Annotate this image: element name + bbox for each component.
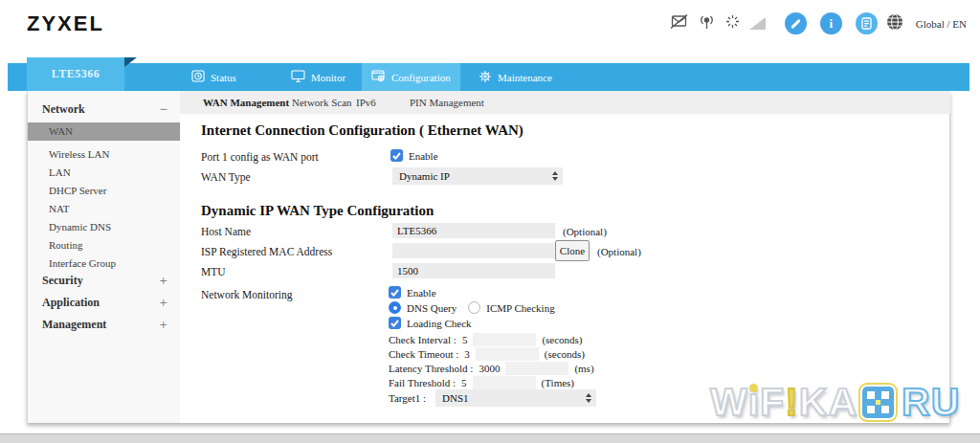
expand-icon[interactable]: + — [160, 294, 167, 312]
sidebar-item-interface-group[interactable]: Interface Group — [28, 255, 181, 273]
monitoring-enable-label: Enable — [407, 287, 436, 299]
monitoring-enable-checkbox[interactable] — [389, 286, 401, 299]
subnav-wan-management[interactable]: WAN Management — [203, 91, 289, 114]
subnav-network-scan[interactable]: Network Scan — [292, 91, 352, 114]
notes-icon[interactable] — [856, 12, 878, 34]
monitor-icon — [291, 70, 305, 84]
expand-icon[interactable]: + — [160, 272, 167, 290]
host-name-input[interactable] — [392, 223, 555, 238]
fail-threshold-input[interactable] — [473, 376, 536, 389]
tab-fold-decoration — [124, 57, 137, 67]
configuration-icon — [371, 70, 386, 84]
content-area: WAN Management Network Scan IPv6 PIN Man… — [180, 91, 950, 423]
antenna-broadcast-icon — [698, 13, 716, 33]
sidebar: Network − WAN Wireless LAN LAN DHCP Serv… — [27, 91, 180, 423]
mac-address-note: (Optional) — [597, 246, 641, 257]
port1-enable-label: Enable — [409, 150, 438, 162]
dns-query-label: DNS Query — [407, 302, 457, 314]
language-selector[interactable]: Global / EN — [916, 18, 967, 30]
sidebar-item-wan[interactable]: WAN — [28, 122, 181, 141]
check-interval-row: Check Interval : 5 (seconds) — [389, 333, 583, 346]
check-timeout-row: Check Timeout : 3 (seconds) — [389, 347, 585, 361]
tab-configuration[interactable]: Configuration — [362, 63, 460, 91]
panel-body: Network − WAN Wireless LAN LAN DHCP Serv… — [27, 91, 950, 423]
mac-address-input[interactable] — [392, 243, 555, 258]
port1-enable-checkbox[interactable] — [390, 149, 403, 162]
icmp-checking-label: ICMP Checking — [486, 302, 554, 314]
mac-address-label: ISP Registered MAC Address — [201, 246, 332, 257]
sidebar-group-management[interactable]: Management + — [28, 316, 181, 334]
sidebar-item-lan[interactable]: LAN — [28, 164, 181, 182]
signal-strength-icon — [749, 17, 766, 30]
loading-check-label: Loading Check — [407, 318, 472, 329]
topbar: ZYXEL — [0, 0, 980, 55]
tab-status[interactable]: Status — [191, 63, 236, 91]
check-timeout-input[interactable] — [476, 347, 539, 361]
wan-type-select[interactable]: Dynamic IP — [392, 167, 563, 185]
subnav: WAN Management Network Scan IPv6 PIN Man… — [180, 91, 950, 114]
fail-threshold-row: Fail Threshold : 5 (Times) — [389, 376, 574, 389]
sidebar-item-wireless-lan[interactable]: Wireless LAN — [28, 145, 181, 164]
subnav-pin-management[interactable]: PIN Management — [410, 91, 484, 114]
loading-check-checkbox[interactable] — [389, 317, 401, 329]
clone-button[interactable]: Clone — [555, 240, 590, 261]
collapse-icon[interactable]: − — [160, 100, 167, 119]
select-stepper-icon — [552, 171, 559, 181]
section-title-dynamic-ip: Dynamic IP WAN Type Configuration — [201, 203, 434, 219]
sidebar-item-dynamic-dns[interactable]: Dynamic DNS — [28, 218, 181, 236]
latency-threshold-row: Latency Threshold : 3000 (ms) — [389, 362, 594, 375]
target1-label: Target1 : — [389, 392, 426, 404]
dns-query-radio[interactable] — [389, 301, 401, 314]
sidebar-group-network[interactable]: Network − — [28, 100, 181, 119]
section-title-ethernet-wan: Internet Connection Configuration ( Ethe… — [201, 122, 523, 139]
zyxel-logo: ZYXEL — [27, 11, 104, 36]
router-admin-page: ZYXEL — [0, 0, 980, 443]
subnav-ipv6[interactable]: IPv6 — [356, 91, 376, 114]
info-icon[interactable]: i — [820, 12, 842, 34]
tab-monitor[interactable]: Monitor — [291, 63, 345, 91]
icmp-checking-radio[interactable] — [468, 301, 480, 314]
sms-disabled-icon — [670, 13, 689, 33]
check-interval-input[interactable] — [473, 333, 536, 346]
sidebar-group-application[interactable]: Application + — [28, 294, 181, 312]
expand-icon[interactable]: + — [160, 316, 167, 334]
select-stepper-icon — [586, 393, 592, 403]
host-name-note: (Optional) — [563, 226, 607, 237]
sidebar-item-dhcp-server[interactable]: DHCP Server — [28, 182, 181, 200]
mtu-input[interactable] — [392, 263, 555, 278]
sidebar-item-routing[interactable]: Routing — [28, 236, 181, 255]
port1-label: Port 1 config as WAN port — [201, 151, 319, 163]
device-tab[interactable]: LTE5366 — [27, 57, 124, 91]
qr-code — [862, 387, 894, 418]
window-bottom-edge — [0, 433, 980, 443]
target1-select[interactable]: DNS1 — [435, 389, 596, 407]
target1-row: Target1 : DNS1 — [389, 389, 596, 407]
status-icon — [191, 70, 205, 84]
latency-threshold-input[interactable] — [505, 362, 568, 375]
sidebar-item-nat[interactable]: NAT — [28, 200, 181, 218]
mtu-label: MTU — [201, 266, 226, 277]
tools-icon[interactable] — [785, 12, 807, 34]
host-name-label: Host Name — [201, 226, 251, 237]
tab-maintenance[interactable]: Maintenance — [479, 63, 552, 91]
network-monitoring-label: Network Monitoring — [201, 289, 293, 300]
sidebar-group-security[interactable]: Security + — [28, 272, 181, 290]
globe-icon[interactable] — [886, 13, 903, 34]
signal-searching-icon — [724, 13, 741, 33]
wan-type-label: WAN Type — [201, 171, 251, 183]
maintenance-gear-icon — [479, 70, 492, 85]
main-navbar: LTE5366 Status Monitor — [8, 63, 969, 91]
wifika-watermark: W i F ! KA RU — [710, 383, 960, 422]
